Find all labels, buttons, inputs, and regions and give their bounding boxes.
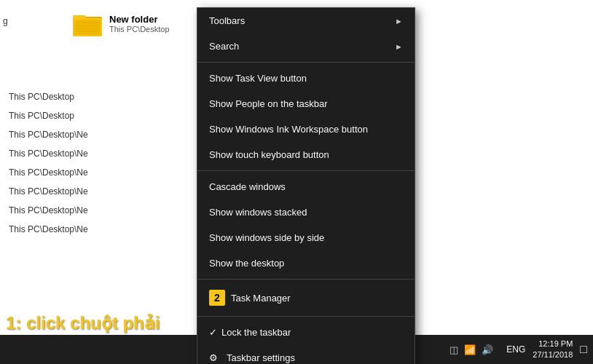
divider-2 [197, 170, 415, 171]
menu-item-stacked[interactable]: Show windows stacked [197, 199, 415, 225]
list-item[interactable]: This PC\Desktop\Ne [0, 201, 189, 220]
menu-label-taskbar-settings: Taskbar settings [227, 352, 295, 363]
taskbar-system-icons: ◫ 📶 🔊 [449, 344, 493, 355]
list-item[interactable]: This PC\Desktop [0, 106, 189, 125]
menu-item-side-by-side[interactable]: Show windows side by side [197, 225, 415, 250]
taskbar-clock: 12:19 PM 27/11/2018 [533, 339, 573, 361]
menu-item-touch[interactable]: Show touch keyboard button [197, 142, 415, 167]
volume-icon: 🔊 [482, 344, 493, 355]
list-item[interactable]: This PC\Desktop [0, 87, 189, 106]
check-icon: ✓ [209, 327, 217, 338]
annotation-text: 1: click chuột phải [6, 313, 160, 333]
menu-label-side-by-side: Show windows side by side [209, 232, 324, 243]
list-item[interactable]: This PC\Desktop\Ne [0, 125, 189, 144]
menu-item-task-manager[interactable]: 2 Task Manager [197, 282, 415, 313]
menu-label-stacked: Show windows stacked [209, 207, 307, 218]
step-number-2: 2 [209, 290, 225, 306]
network-icon: 📶 [464, 344, 476, 355]
list-item[interactable]: This PC\Desktop\Ne [0, 182, 189, 201]
menu-label-task-manager: Task Manager [231, 293, 291, 304]
arrow-icon-search: ► [395, 42, 403, 51]
list-item[interactable]: This PC\Desktop\Ne [0, 144, 189, 163]
arrow-icon-toolbars: ► [395, 17, 403, 25]
menu-item-taskbar-settings[interactable]: ⚙ Taskbar settings [197, 345, 415, 364]
context-menu: Toolbars ► Search ► Show Task View butto… [197, 7, 415, 364]
menu-label-touch: Show touch keyboard button [209, 149, 329, 160]
left-edge-text: g [0, 15, 11, 28]
clock-time: 12:19 PM [533, 339, 573, 349]
menu-label-show-desktop: Show the desktop [209, 258, 284, 269]
folder-info: New folder This PC\Desktop [109, 14, 170, 33]
menu-label-lock-taskbar: Lock the taskbar [221, 327, 291, 338]
menu-item-toolbars[interactable]: Toolbars ► [197, 8, 415, 33]
menu-label-task-view: Show Task View button [209, 73, 307, 84]
menu-label-search: Search [209, 41, 239, 52]
notification-icon[interactable]: □ [580, 343, 587, 356]
clock-date: 27/11/2018 [533, 349, 573, 360]
gear-icon: ⚙ [209, 352, 218, 363]
menu-item-task-view[interactable]: Show Task View button [197, 66, 415, 91]
language-indicator: ENG [506, 344, 525, 355]
menu-item-lock-taskbar[interactable]: ✓ Lock the taskbar [197, 320, 415, 345]
menu-label-ink: Show Windows Ink Workspace button [209, 124, 368, 135]
folder-name: New folder [109, 14, 170, 25]
folder-path: This PC\Desktop [109, 25, 170, 33]
list-item[interactable]: This PC\Desktop\Ne [0, 163, 189, 182]
menu-label-cascade: Cascade windows [209, 181, 286, 192]
divider-1 [197, 62, 415, 63]
list-item[interactable]: This PC\Desktop\Ne [0, 220, 189, 239]
divider-4 [197, 316, 415, 317]
taskbar-right: ◫ 📶 🔊 ENG 12:19 PM 27/11/2018 □ [449, 339, 587, 361]
menu-item-search[interactable]: Search ► [197, 33, 415, 59]
svg-rect-3 [74, 20, 101, 35]
folder-header: New folder This PC\Desktop [73, 11, 170, 36]
menu-label-people: Show People on the taskbar [209, 98, 328, 109]
menu-item-people[interactable]: Show People on the taskbar [197, 91, 415, 116]
menu-item-cascade[interactable]: Cascade windows [197, 174, 415, 199]
menu-label-toolbars: Toolbars [209, 15, 245, 26]
file-list: This PC\DesktopThis PC\DesktopThis PC\De… [0, 87, 189, 239]
folder-icon [73, 11, 102, 36]
divider-3 [197, 279, 415, 280]
menu-item-ink[interactable]: Show Windows Ink Workspace button [197, 116, 415, 142]
menu-item-show-desktop[interactable]: Show the desktop [197, 250, 415, 276]
multi-window-icon: ◫ [449, 344, 458, 355]
